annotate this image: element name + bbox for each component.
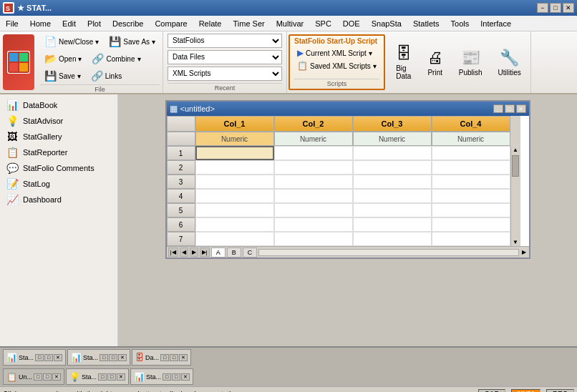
xml-scripts-dropdown[interactable]: XML Scripts bbox=[168, 67, 282, 81]
task-max-5[interactable]: □ bbox=[107, 373, 116, 381]
menu-relate[interactable]: Relate bbox=[193, 16, 228, 31]
links-button[interactable]: 🔗 Links bbox=[87, 68, 126, 84]
task-item-sta3[interactable]: 💡 Sta... □ □ ✕ bbox=[66, 368, 129, 385]
cell-2-4[interactable] bbox=[432, 160, 510, 175]
menu-timeSer[interactable]: Time Ser bbox=[227, 16, 270, 31]
task-max-6[interactable]: □ bbox=[172, 373, 180, 381]
combine-button[interactable]: 🔗 Combine ▾ bbox=[87, 51, 145, 67]
task-min-4[interactable]: □ bbox=[34, 373, 42, 381]
menu-plot[interactable]: Plot bbox=[82, 16, 107, 31]
new-close-button[interactable]: 📄 New/Close ▾ bbox=[40, 34, 103, 49]
saved-xml-scripts-button[interactable]: 📋 Saved XML Scripts ▾ bbox=[294, 59, 379, 72]
menu-edit[interactable]: Edit bbox=[57, 16, 82, 31]
task-close-6[interactable]: ✕ bbox=[181, 373, 190, 381]
cell-1-3[interactable] bbox=[353, 146, 432, 160]
menu-statlets[interactable]: Statlets bbox=[407, 16, 445, 31]
maximize-button[interactable]: □ bbox=[550, 3, 561, 13]
task-item-da[interactable]: 🗄 Da... □ □ ✕ bbox=[132, 349, 191, 366]
task-min-5[interactable]: □ bbox=[98, 373, 107, 381]
scroll-first-button[interactable]: |◀ bbox=[168, 248, 178, 257]
cell-7-3[interactable] bbox=[353, 232, 432, 246]
menu-tools[interactable]: Tools bbox=[445, 16, 475, 31]
sheet-tab-c[interactable]: C bbox=[243, 248, 258, 258]
cell-1-1[interactable] bbox=[195, 146, 274, 160]
task-min-1[interactable]: □ bbox=[35, 354, 44, 361]
scroll-down-button[interactable]: ▼ bbox=[512, 238, 519, 246]
scroll-up-button[interactable]: ▲ bbox=[512, 146, 519, 154]
task-close-3[interactable]: ✕ bbox=[179, 354, 188, 361]
menu-home[interactable]: Home bbox=[24, 16, 57, 31]
cell-2-1[interactable] bbox=[195, 160, 274, 175]
task-min-3[interactable]: □ bbox=[160, 354, 169, 361]
task-item-sta1[interactable]: 📊 Sta... □ □ ✕ bbox=[3, 349, 66, 366]
col-header-1[interactable]: Col_1 bbox=[195, 116, 274, 132]
cell-5-4[interactable] bbox=[432, 203, 510, 217]
spreadsheet-maximize[interactable]: □ bbox=[505, 104, 515, 113]
sidebar-item-statgallery[interactable]: 🖼 StatGallery bbox=[0, 129, 117, 144]
sidebar-item-databook[interactable]: 📊 DataBook bbox=[0, 97, 117, 113]
cell-6-3[interactable] bbox=[353, 217, 432, 232]
sheet-tab-b[interactable]: B bbox=[227, 248, 241, 258]
cell-5-3[interactable] bbox=[353, 203, 432, 217]
cell-1-2[interactable] bbox=[274, 146, 353, 160]
open-button[interactable]: 📂 Open ▾ bbox=[40, 51, 86, 67]
task-close-4[interactable]: ✕ bbox=[52, 373, 61, 381]
task-min-6[interactable]: □ bbox=[163, 373, 171, 381]
close-button[interactable]: ✕ bbox=[563, 3, 574, 13]
menu-spc[interactable]: SPC bbox=[309, 16, 337, 31]
cell-3-3[interactable] bbox=[353, 175, 432, 189]
sidebar-item-statlog[interactable]: 📝 StatLog bbox=[0, 176, 117, 192]
big-data-button[interactable]: 🗄 BigData bbox=[389, 34, 418, 90]
task-min-2[interactable]: □ bbox=[100, 354, 108, 361]
data-files-dropdown[interactable]: Data Files bbox=[168, 50, 282, 64]
cell-1-4[interactable] bbox=[432, 146, 510, 160]
cell-2-3[interactable] bbox=[353, 160, 432, 175]
save-as-button[interactable]: 💾 Save As ▾ bbox=[105, 34, 160, 49]
utilities-button[interactable]: 🔧 Utilities bbox=[492, 34, 528, 90]
sheet-tab-a[interactable]: A bbox=[211, 248, 226, 258]
menu-file[interactable]: File bbox=[0, 16, 24, 31]
task-max-2[interactable]: □ bbox=[109, 354, 117, 361]
sidebar-item-statfolio-comments[interactable]: 💬 StatFolio Comments bbox=[0, 160, 117, 176]
menu-compare[interactable]: Compare bbox=[149, 16, 193, 31]
task-close-5[interactable]: ✕ bbox=[117, 373, 125, 381]
task-close-2[interactable]: ✕ bbox=[118, 354, 127, 361]
menu-snapSta[interactable]: SnapSta bbox=[366, 16, 407, 31]
task-item-un[interactable]: 📋 Un... □ □ ✕ bbox=[3, 368, 64, 385]
task-max-3[interactable]: □ bbox=[170, 354, 178, 361]
scroll-thumb[interactable] bbox=[512, 155, 519, 177]
cell-4-3[interactable] bbox=[353, 189, 432, 203]
scroll-last-button[interactable]: ▶| bbox=[200, 248, 210, 257]
col-header-2[interactable]: Col_2 bbox=[274, 116, 353, 132]
sidebar-item-dashboard[interactable]: 📈 Dashboard bbox=[0, 192, 117, 207]
cell-7-4[interactable] bbox=[432, 232, 510, 246]
current-xml-script-button[interactable]: ▶ Current XML Script ▾ bbox=[294, 46, 379, 59]
cell-3-1[interactable] bbox=[195, 175, 274, 189]
hscroll-track[interactable] bbox=[258, 249, 518, 256]
statfolios-dropdown[interactable]: StatFolios bbox=[168, 34, 282, 48]
hscroll-right-button[interactable]: ▶ bbox=[520, 248, 528, 256]
cell-6-1[interactable] bbox=[195, 217, 274, 232]
print-button[interactable]: 🖨 Print bbox=[421, 34, 450, 90]
task-item-sta4[interactable]: 📊 Sta... □ □ ✕ bbox=[130, 368, 193, 385]
vertical-scrollbar[interactable]: ▲ ▼ bbox=[510, 146, 520, 246]
menu-multivar[interactable]: Multivar bbox=[271, 16, 310, 31]
task-max-1[interactable]: □ bbox=[44, 354, 53, 361]
menu-doe[interactable]: DOE bbox=[337, 16, 366, 31]
spreadsheet-close[interactable]: ✕ bbox=[516, 104, 526, 113]
cell-3-2[interactable] bbox=[274, 175, 353, 189]
scroll-next-button[interactable]: ▶ bbox=[190, 248, 198, 257]
col-header-3[interactable]: Col_3 bbox=[353, 116, 432, 132]
menu-describe[interactable]: Describe bbox=[107, 16, 149, 31]
task-item-sta2[interactable]: 📊 Sta... □ □ ✕ bbox=[67, 349, 130, 366]
cell-4-4[interactable] bbox=[432, 189, 510, 203]
cell-4-2[interactable] bbox=[274, 189, 353, 203]
col-header-4[interactable]: Col_4 bbox=[432, 116, 510, 132]
cell-7-1[interactable] bbox=[195, 232, 274, 246]
sidebar-item-statreporter[interactable]: 📋 StatReporter bbox=[0, 144, 117, 160]
spreadsheet-minimize[interactable]: _ bbox=[493, 104, 503, 113]
scroll-prev-button[interactable]: ◀ bbox=[180, 248, 188, 257]
cell-7-2[interactable] bbox=[274, 232, 353, 246]
cell-6-4[interactable] bbox=[432, 217, 510, 232]
menu-interface[interactable]: Interface bbox=[475, 16, 517, 31]
